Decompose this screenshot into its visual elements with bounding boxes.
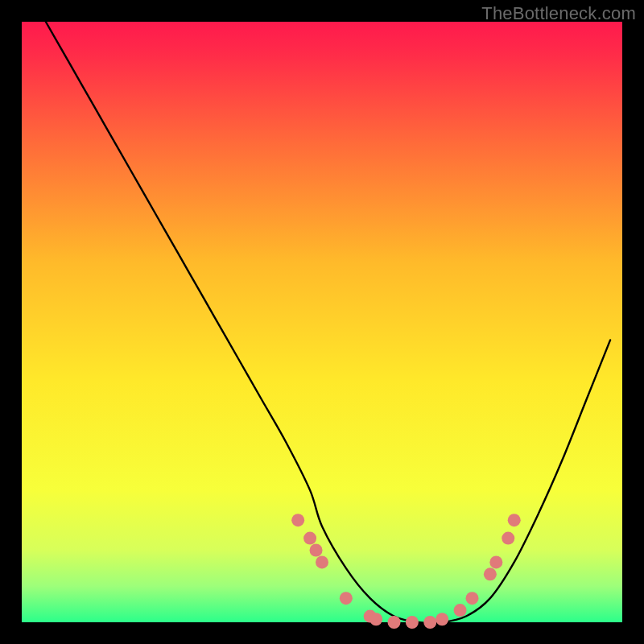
chart-background-gradient xyxy=(22,22,622,622)
marker-dot xyxy=(436,613,448,625)
marker-dot xyxy=(340,592,353,605)
marker-dot xyxy=(423,616,436,629)
marker-dot xyxy=(388,616,401,629)
marker-dot xyxy=(502,532,514,545)
marker-dot xyxy=(484,568,497,580)
marker-dot xyxy=(466,592,479,605)
marker-dot xyxy=(310,543,323,556)
watermark-text: TheBottleneck.com xyxy=(481,3,636,24)
marker-dot xyxy=(454,604,467,617)
marker-dot xyxy=(508,514,521,526)
marker-dot xyxy=(316,555,328,568)
chart-stage: TheBottleneck.com xyxy=(0,0,644,644)
chart-svg xyxy=(0,0,644,644)
marker-dot xyxy=(303,532,316,545)
marker-dot xyxy=(291,514,304,526)
marker-dot xyxy=(489,555,502,568)
marker-dot xyxy=(369,613,382,625)
marker-dot xyxy=(406,616,419,629)
